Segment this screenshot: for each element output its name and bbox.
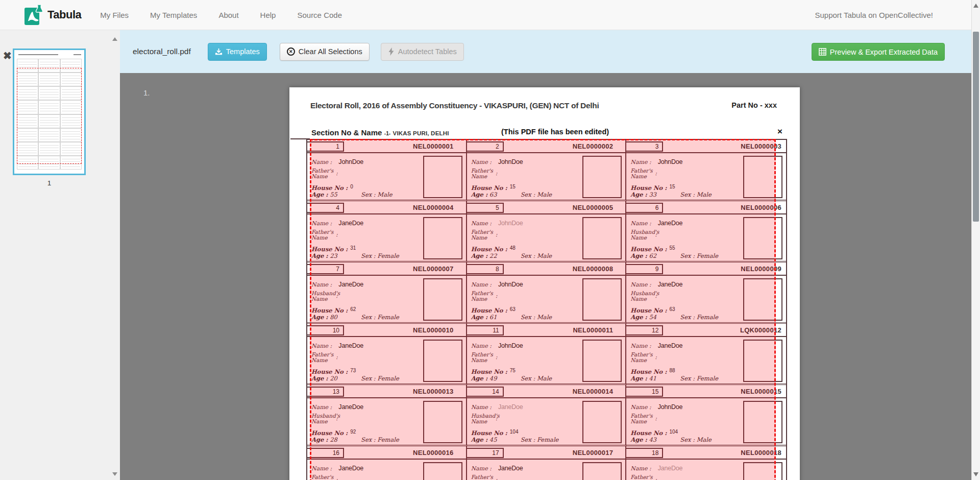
clear-all-selections-button[interactable]: ✕ Clear All Selections [280,43,370,61]
autodetect-button-label: Autodetect Tables [398,47,457,56]
lightning-icon [388,47,395,56]
pdf-page: Electoral Roll, 2016 of Assembly Constit… [289,87,800,480]
remove-page-button[interactable]: ✖ [3,51,12,61]
nav-link-my-files[interactable]: My Files [89,11,139,19]
scroll-up-icon[interactable] [112,37,117,41]
brand[interactable]: Tabula [23,4,81,26]
clear-selections-icon: ✕ [287,47,295,56]
export-button-label: Preview & Export Extracted Data [830,48,938,56]
sidebar-scrollbar[interactable] [111,30,118,480]
scroll-up-icon[interactable] [973,4,978,8]
nav-link-about[interactable]: About [208,11,249,19]
thumbnail-title-line [18,54,58,55]
nav-link-source-code[interactable]: Source Code [286,11,353,19]
scrollbar-thumb[interactable] [973,32,979,222]
preview-export-button[interactable]: Preview & Export Extracted Data [812,43,945,61]
selection-overlay[interactable] [310,139,776,480]
section-number: -1- [384,131,390,136]
support-link[interactable]: Support Tabula on OpenCollective! [815,11,933,19]
clear-button-label: Clear All Selections [299,47,362,56]
brand-name: Tabula [47,8,81,21]
section-name: VIKAS PURI, DELHI [393,130,449,136]
main-nav: My FilesMy TemplatesAboutHelpSource Code [89,11,353,19]
window-scrollbar[interactable] [971,0,980,480]
thumbnail-partno-line [74,54,81,55]
thumbnail-selection-overlay [17,68,82,164]
nav-link-help[interactable]: Help [250,11,287,19]
section-label: Section No & Name [311,128,382,137]
top-navbar: Tabula My FilesMy TemplatesAboutHelpSour… [0,0,980,30]
document-viewport[interactable]: 1. Electoral Roll, 2016 of Assembly Cons… [120,73,980,480]
autodetect-tables-button[interactable]: Autodetect Tables [381,43,464,61]
app-window: Tabula My FilesMy TemplatesAboutHelpSour… [0,0,980,480]
scroll-down-icon[interactable] [112,472,117,476]
page-number-marker: 1. [143,88,150,97]
templates-button[interactable]: Templates [208,43,267,61]
workspace: electoral_roll.pdf Templates ✕ Clear All… [120,30,980,480]
toolbar: electoral_roll.pdf Templates ✕ Clear All… [120,30,980,73]
page-thumbnail[interactable] [13,49,86,175]
templates-icon [215,48,223,56]
nav-link-my-templates[interactable]: My Templates [139,11,208,19]
pages-sidebar: ✖ 1 [0,30,120,480]
clear-x-glyph: ✕ [289,50,293,54]
page-thumbnail-label: 1 [13,179,86,187]
section-header: Section No & Name -1- VIKAS PURI, DELHI [311,128,449,137]
edited-note: (This PDF file has been edited) [501,128,609,136]
document-title: Electoral Roll, 2016 of Assembly Constit… [310,101,599,110]
templates-button-label: Templates [226,47,260,56]
tabula-logo-icon [23,4,43,26]
scroll-down-icon[interactable] [973,472,978,476]
part-no: Part No - xxx [731,101,777,109]
selection-close-button[interactable]: × [777,127,782,136]
table-icon [819,48,826,56]
document-filename: electoral_roll.pdf [133,47,191,56]
